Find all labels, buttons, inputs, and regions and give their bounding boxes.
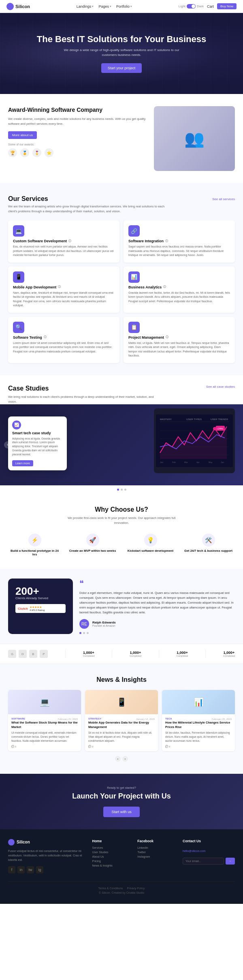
footer-email-link[interactable]: hello@silicon.com	[183, 850, 206, 852]
cta-section: Ready to get started? Launch Your Projec…	[0, 774, 243, 829]
facebook-icon[interactable]: f	[8, 866, 15, 873]
svg-text:MASTERY: MASTERY	[160, 418, 172, 421]
nav-portfolio[interactable]: Portfolio ▾	[116, 4, 132, 9]
dot-1[interactable]	[117, 489, 119, 491]
toggle-track[interactable]	[187, 4, 196, 9]
footer-logo-icon	[8, 839, 15, 845]
services-section: Our Services See all services We are the…	[0, 183, 243, 375]
info-icon[interactable]: ⓘ	[44, 335, 47, 339]
hero-cta-button[interactable]: Start your project	[101, 63, 142, 73]
clutch-text: 4.9/5.0 Rating	[30, 609, 45, 611]
logo-text: Silicon	[15, 4, 30, 9]
nav-landings[interactable]: Landings ▾	[77, 4, 94, 9]
why-card-title: Kickstart software development	[124, 549, 177, 553]
clutch-logo: Clutch	[18, 607, 28, 611]
footer-link-twitter[interactable]: Twitter	[137, 851, 176, 854]
footer-link-instagram[interactable]: Instagram	[137, 855, 176, 858]
author-role: Founder at Amazon	[92, 624, 116, 627]
info-icon[interactable]: ⓘ	[58, 285, 61, 289]
svg-text:Feb: Feb	[172, 461, 176, 463]
next-news-button[interactable]: ›	[122, 756, 128, 762]
service-icon-integration: 🔗	[128, 225, 140, 237]
nav-logo: Silicon	[6, 3, 30, 10]
see-all-services-link[interactable]: See all services	[212, 197, 235, 201]
stat-label: Completed	[176, 655, 188, 657]
footer-link-pricing[interactable]: Pricing	[92, 860, 131, 863]
info-icon[interactable]: ⓘ	[68, 239, 71, 243]
news-body-3: Tech February 05, 2020 How the Millennia…	[162, 714, 235, 751]
testimonial-dot[interactable]	[87, 632, 89, 634]
info-icon[interactable]: ⓘ	[163, 285, 166, 289]
footer: Silicon Fusce volutpat lectus et nisl co…	[0, 829, 243, 904]
footer-col-home: Home Services User Studies About Us Pric…	[92, 839, 131, 874]
cta-pre-title: Ready to get started?	[8, 786, 235, 790]
stats-inner: G D B P 1,000+ Completed 1,000+ Complete…	[8, 650, 235, 658]
info-icon[interactable]: ⓘ	[165, 239, 168, 243]
testimonial-dot[interactable]	[79, 632, 81, 634]
svg-point-10	[213, 427, 216, 430]
case-study-card: 📈 Smart tech case study Adipiscing eros …	[8, 416, 67, 471]
footer-link-services[interactable]: Services	[92, 846, 131, 849]
partner-logo: G	[8, 650, 16, 658]
stat-number: 1,000+	[83, 651, 94, 655]
news-category: Strategy	[88, 717, 101, 720]
author-avatar: RE	[79, 619, 89, 629]
prev-news-button[interactable]: ‹	[115, 756, 121, 762]
logo-icon	[6, 3, 14, 10]
why-choose-section: Why Choose Us? We provide first-class wo…	[0, 494, 243, 569]
about-us-button[interactable]: More about us	[8, 131, 37, 139]
service-icon-custom-software: 💻	[13, 225, 24, 237]
footer-col-contact: Contact Us hello@silicon.com →	[183, 839, 235, 874]
svg-text:Jan: Jan	[160, 461, 163, 463]
news-date: February 05, 2020	[212, 718, 232, 720]
cta-button[interactable]: Start with us	[103, 807, 140, 817]
footer-legal-links: Terms & Conditions Privacy Policy	[8, 887, 235, 890]
hero-subtitle: We design a wide range of high-quality s…	[61, 48, 182, 58]
subscribe-button[interactable]: →	[226, 858, 235, 865]
chevron-down-icon: ▾	[110, 5, 111, 8]
footer-link-linkedin[interactable]: LinkedIn	[137, 846, 176, 849]
twitter-icon[interactable]: tw	[27, 866, 34, 873]
nav-pages[interactable]: Pages ▾	[98, 4, 111, 9]
cart-link[interactable]: Cart	[207, 4, 214, 9]
testimonial-dot[interactable]	[83, 632, 85, 634]
service-description: Mattis nisl, ut ligula. Nibh vel non sed…	[128, 341, 230, 358]
footer-newsletter: →	[183, 858, 235, 865]
see-all-cases-link[interactable]: See all case studies	[206, 385, 235, 389]
privacy-link[interactable]: Privacy Policy	[127, 887, 145, 890]
stat-number: 1,000+	[176, 651, 188, 655]
comment-icon: 💬	[88, 745, 91, 748]
news-headline: Mobile App Generates Data for the Energy…	[88, 721, 155, 729]
stat-label: Completed	[130, 655, 141, 657]
hero-title: The Best IT Solutions for Your Business	[37, 34, 206, 45]
why-card-title: Get 24/7 tech & business support	[182, 549, 235, 553]
testimonial-inner: 200+ Clients Already Served Clutch ★★★★★…	[8, 579, 235, 634]
linkedin-icon[interactable]: in	[17, 866, 25, 873]
news-comments: 💬 0	[165, 745, 232, 748]
divider	[205, 650, 206, 658]
news-image-3: 📊	[162, 690, 235, 714]
footer-link-news[interactable]: News & Insights	[92, 864, 131, 867]
why-card-title: Create an MVP within two weeks	[66, 549, 119, 553]
svg-text:+24%: +24%	[217, 427, 223, 430]
footer-link-about[interactable]: About Us	[92, 855, 131, 858]
terms-link[interactable]: Terms & Conditions	[98, 887, 123, 890]
why-card-title: Build a functional prototype in 24 hrs	[8, 549, 61, 557]
news-pagination: ‹ ›	[8, 756, 235, 762]
instagram-icon[interactable]: ig	[36, 866, 43, 873]
info-icon[interactable]: ⓘ	[166, 335, 168, 339]
services-grid: 💻 Custom Software Development ⓘ Eos, do …	[8, 220, 235, 363]
theme-toggle[interactable]: Light Dark	[179, 4, 204, 9]
learn-more-button[interactable]: Learn more	[12, 460, 33, 466]
service-card-integration: 🔗 Software Integration ⓘ Sagol sapien se…	[124, 220, 235, 263]
newsletter-input[interactable]	[183, 858, 224, 865]
news-meta: Strategy January 14, 2020	[88, 717, 155, 721]
dot-3[interactable]	[124, 489, 126, 491]
buy-now-button[interactable]: Buy Now	[217, 3, 237, 9]
dot-2[interactable]	[121, 489, 123, 491]
mvp-icon: 🚀	[86, 534, 99, 547]
footer-logo-text: Silicon	[17, 840, 30, 844]
news-excerpt: Sit leo dolor, faucibus. Fermentum biben…	[165, 731, 232, 743]
footer-link-case-studies[interactable]: User Studies	[92, 851, 131, 854]
news-section: News & Insights 💻 Software February 21, …	[0, 664, 243, 774]
